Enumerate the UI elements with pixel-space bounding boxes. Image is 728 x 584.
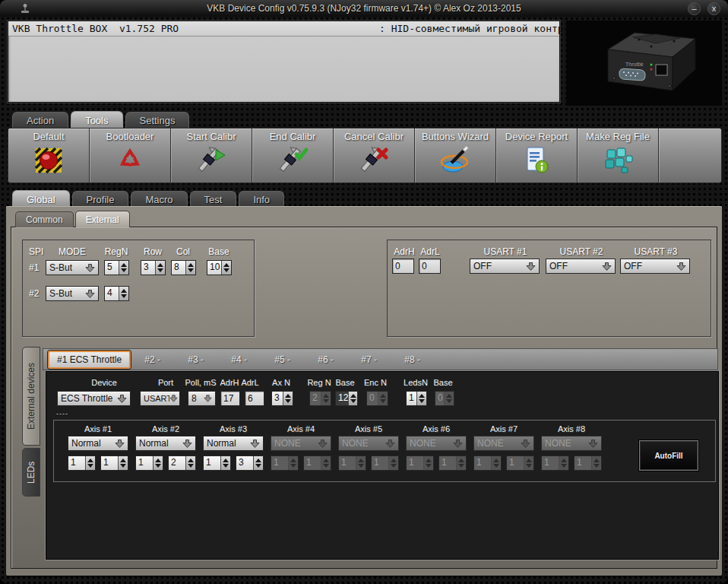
tab-info[interactable]: Info (239, 191, 284, 208)
device-list-row[interactable]: VKB Throttle BOX v1.752 PRO : HID-совмес… (8, 21, 559, 36)
spinner-arrows[interactable] (524, 456, 533, 470)
tab-global[interactable]: Global (12, 190, 70, 208)
device-tab-1[interactable]: #1 ECS Throttle (48, 351, 131, 369)
spinner-arrows[interactable] (559, 456, 568, 470)
spinner-arrows[interactable] (220, 456, 230, 470)
axis1-channel-spinner[interactable]: 1 (68, 455, 96, 471)
ledsn-spinner[interactable]: 1 (406, 391, 427, 406)
default-button[interactable]: Default (8, 129, 90, 182)
spinner-arrows[interactable] (321, 456, 331, 470)
adrh-field[interactable]: 17 (220, 391, 240, 406)
spinner-arrows[interactable] (416, 392, 426, 405)
spinner-arrows[interactable] (119, 287, 128, 300)
base2-spinner[interactable]: 0 (435, 391, 454, 406)
spinner-arrows[interactable] (155, 261, 165, 275)
spi1-base-spinner[interactable]: 10 (207, 260, 232, 275)
tab-settings[interactable]: Settings (125, 112, 190, 129)
usart1-dropdown[interactable]: OFF (470, 259, 540, 274)
port-dropdown[interactable]: USART1 (140, 391, 180, 406)
minimize-button[interactable]: – (688, 2, 701, 15)
spi2-regn-spinner[interactable]: 4 (104, 286, 129, 301)
end-calibr-button[interactable]: End Calibr (252, 129, 334, 182)
spinner-arrows[interactable] (185, 261, 195, 275)
spinner-arrows[interactable] (591, 456, 601, 470)
spinner-arrows[interactable] (288, 456, 298, 470)
device-tab-7[interactable]: #7 - (347, 354, 391, 365)
spinner-arrows[interactable] (85, 456, 95, 470)
axis2-mode-dropdown[interactable]: Normal (135, 436, 196, 451)
spinner-arrows[interactable] (321, 392, 331, 405)
axis1-number-spinner[interactable]: 1 (100, 455, 128, 471)
axis6-mode-dropdown[interactable]: NONE (406, 436, 467, 451)
spinner-arrows[interactable] (456, 456, 466, 470)
axis4-channel-spinner[interactable]: 1 (271, 455, 299, 471)
spinner-arrows[interactable] (118, 456, 128, 470)
spinner-arrows[interactable] (221, 261, 231, 275)
device-tab-6[interactable]: #6 - (304, 354, 347, 365)
axis5-channel-spinner[interactable]: 1 (338, 455, 366, 471)
axis5-number-spinner[interactable]: 1 (371, 455, 399, 471)
tab-macro[interactable]: Macro (131, 191, 187, 208)
spinner-arrows[interactable] (491, 456, 501, 470)
device-tab-2[interactable]: #2 - (131, 354, 174, 365)
device-dropdown[interactable]: ECS Throttle (57, 391, 131, 406)
spinner-arrows[interactable] (348, 392, 357, 405)
spi2-mode-dropdown[interactable]: S-But (46, 286, 99, 301)
axis8-number-spinner[interactable]: 1 (574, 455, 602, 471)
adrh-field[interactable]: 0 (392, 259, 414, 274)
make-reg-file-button[interactable]: Make Reg File (578, 129, 659, 182)
spinner-arrows[interactable] (283, 392, 293, 405)
axis4-mode-dropdown[interactable]: NONE (271, 436, 331, 451)
start-calibr-button[interactable]: Start Calibr (171, 129, 252, 182)
axis7-mode-dropdown[interactable]: NONE (473, 436, 534, 451)
device-list-box[interactable]: VKB Throttle BOX v1.752 PRO : HID-совмес… (8, 21, 560, 103)
spinner-arrows[interactable] (153, 456, 163, 470)
device-tab-5[interactable]: #5 - (261, 354, 304, 365)
tab-external[interactable]: External (75, 211, 130, 227)
spinner-arrows[interactable] (253, 456, 263, 470)
spi1-mode-dropdown[interactable]: S-But (46, 260, 99, 275)
device-tab-8[interactable]: #8 - (391, 354, 434, 365)
spinner-arrows[interactable] (423, 456, 433, 470)
buttons-wizard-button[interactable]: Buttons Wizard (415, 129, 496, 182)
axis4-number-spinner[interactable]: 1 (303, 455, 331, 471)
axis3-number-spinner[interactable]: 3 (236, 455, 264, 471)
device-report-button[interactable]: Device Report (496, 129, 578, 182)
spinner-arrows[interactable] (388, 456, 398, 470)
spi1-row-spinner[interactable]: 3 (141, 260, 166, 275)
sidebar-tab-leds[interactable]: LEDs (22, 448, 40, 497)
spinner-arrows[interactable] (356, 456, 366, 470)
cancel-calibr-button[interactable]: Cancel Calibr (334, 129, 415, 182)
title-bar[interactable]: VKB Device Config v0.75.9.3 (NJoy32 firm… (0, 0, 728, 17)
usart2-dropdown[interactable]: OFF (546, 259, 616, 274)
axis3-channel-spinner[interactable]: 1 (203, 455, 231, 471)
axis1-mode-dropdown[interactable]: Normal (68, 436, 128, 451)
axis2-number-spinner[interactable]: 2 (168, 455, 196, 471)
axis8-channel-spinner[interactable]: 1 (541, 455, 569, 471)
autofill-button[interactable]: AutoFill (639, 440, 698, 471)
close-button[interactable]: x (707, 2, 720, 15)
regn-spinner[interactable]: 2 (309, 391, 331, 406)
spinner-arrows[interactable] (119, 261, 128, 275)
axn-spinner[interactable]: 3 (271, 391, 293, 406)
axis2-channel-spinner[interactable]: 1 (135, 455, 163, 471)
spi1-col-spinner[interactable]: 8 (171, 260, 196, 275)
adrl-field[interactable]: 0 (419, 259, 441, 274)
adrl-field[interactable]: 6 (245, 391, 264, 406)
bootloader-button[interactable]: Bootloader (90, 129, 171, 182)
device-tab-4[interactable]: #4 - (217, 354, 261, 365)
tab-action[interactable]: Action (12, 112, 68, 129)
tab-common[interactable]: Common (15, 211, 74, 227)
axis3-mode-dropdown[interactable]: Normal (203, 436, 264, 451)
axis7-number-spinner[interactable]: 1 (506, 455, 534, 471)
sidebar-tab-external-devices[interactable]: External devices (22, 347, 40, 446)
usart3-dropdown[interactable]: OFF (620, 259, 690, 274)
spinner-arrows[interactable] (378, 392, 388, 405)
spi1-regn-spinner[interactable]: 5 (104, 260, 129, 275)
poll-dropdown[interactable]: 8 (188, 391, 216, 406)
device-tab-3[interactable]: #3 - (174, 354, 217, 365)
encn-spinner[interactable]: 0 (366, 391, 388, 406)
spinner-arrows[interactable] (185, 456, 195, 470)
axis5-mode-dropdown[interactable]: NONE (338, 436, 399, 451)
axis6-channel-spinner[interactable]: 1 (406, 455, 434, 471)
